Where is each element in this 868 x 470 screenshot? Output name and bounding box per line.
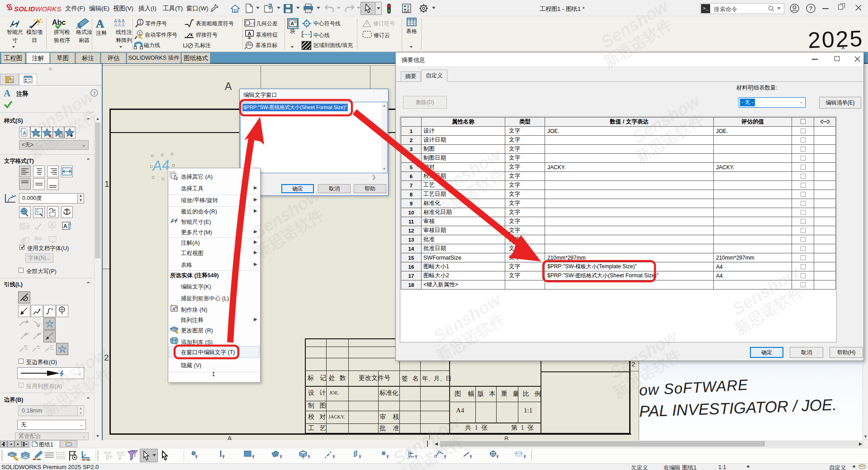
svg-text:A: A (23, 130, 26, 136)
svg-text:+: + (38, 133, 41, 138)
svg-text:A: A (248, 31, 251, 36)
svg-text:1: 1 (69, 222, 71, 226)
svg-text:Abc: Abc (52, 19, 66, 26)
svg-text:x: x (49, 133, 52, 138)
svg-text:+: + (175, 341, 177, 346)
svg-text:1: 1 (139, 20, 142, 25)
svg-text:a: a (14, 194, 16, 197)
svg-text:A: A (172, 307, 175, 311)
svg-text:03: 03 (26, 225, 29, 228)
svg-text:x: x (39, 331, 42, 336)
svg-text:+: + (53, 208, 56, 213)
svg-text:x: x (51, 307, 53, 311)
svg-text:A: A (96, 18, 104, 29)
svg-text:Abc: Abc (34, 236, 42, 241)
svg-text:?: ? (93, 90, 96, 96)
svg-text:?: ? (809, 5, 813, 12)
svg-text:A: A (51, 223, 54, 228)
svg-text:x: x (27, 331, 29, 336)
svg-text:A: A (63, 223, 67, 229)
svg-text:A1: A1 (247, 42, 251, 45)
svg-text:*: * (52, 332, 53, 336)
svg-text:0.3: 0.3 (249, 21, 255, 25)
svg-text:A: A (290, 21, 294, 26)
